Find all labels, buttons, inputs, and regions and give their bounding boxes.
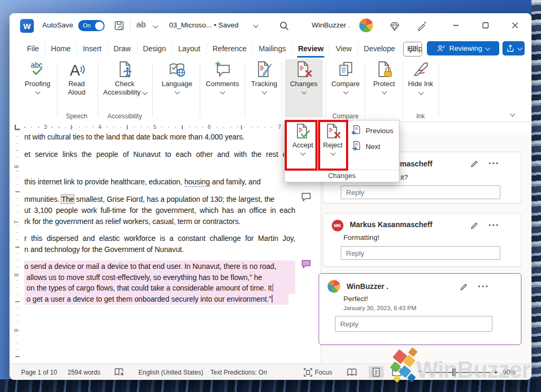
proofing-icon: abc — [29, 60, 46, 78]
focus-label[interactable]: Focus — [315, 369, 332, 376]
comment-text: Perfect! — [343, 295, 368, 303]
comment-text: it? — [400, 173, 408, 181]
compare-chevron-icon — [343, 89, 348, 94]
save-icon[interactable] — [113, 20, 126, 32]
compare-icon — [337, 60, 355, 78]
ribbon-comments-button[interactable]: Comments — [202, 60, 243, 94]
tab-review[interactable]: Review — [292, 43, 330, 54]
doc-line-highlighted: o get a user a device to get them onboar… — [24, 293, 288, 305]
edit-comment-icon[interactable] — [460, 282, 468, 291]
comment-date: January 30, 2023, 6:43 PM — [343, 305, 416, 311]
zoom-level[interactable]: 90% — [503, 369, 516, 376]
designer-diamond-icon[interactable] — [389, 20, 400, 32]
tab-view[interactable]: View — [330, 43, 358, 54]
tab-developer[interactable]: Develope — [358, 43, 402, 54]
ribbon-read-aloud-button[interactable]: A Read Aloud — [60, 60, 93, 96]
word-logo-icon: W — [20, 19, 34, 33]
hide-ink-chevron-icon — [418, 89, 424, 95]
doc-line: rk for the government as relief workers,… — [24, 216, 295, 227]
tab-file[interactable]: File — [21, 43, 45, 54]
document-canvas[interactable]: 6 7 8 9 nt with cultural ties to the lan… — [10, 133, 321, 363]
comments-toggle-button[interactable] — [403, 42, 422, 57]
comment-marker-icon[interactable] — [301, 192, 311, 201]
accept-highlight-box — [285, 120, 318, 171]
tab-references[interactable]: Reference — [207, 43, 253, 54]
comment-card[interactable]: MK Markus Kasanmascheff Formatting! — [323, 213, 521, 267]
ribbon-compare-button[interactable]: Compare — [328, 60, 363, 94]
avatar: MK — [332, 220, 343, 231]
edit-comment-icon[interactable] — [470, 221, 479, 229]
close-button[interactable] — [503, 13, 527, 38]
tab-home[interactable]: Home — [45, 43, 77, 54]
tab-draw[interactable]: Draw — [108, 43, 137, 54]
page-indicator[interactable]: Page 1 of 10 — [21, 369, 57, 376]
share-chevron-icon — [517, 45, 523, 51]
desktop: W AutoSave On ab 03_Microso... • Saved W… — [0, 0, 541, 392]
toggle-knob — [95, 22, 104, 30]
document-title[interactable]: 03_Microso... • Saved — [169, 21, 239, 29]
quick-access-chevron-icon[interactable] — [153, 23, 158, 29]
ribbon-language-button[interactable]: Language — [156, 60, 198, 94]
new-comment-icon — [213, 60, 231, 78]
title-chevron-icon[interactable] — [253, 23, 258, 28]
ribbon: abc Proofing A Read Aloud Check Accessib… — [10, 58, 531, 122]
maximize-button[interactable] — [473, 13, 498, 38]
print-layout-icon[interactable] — [372, 368, 380, 377]
minimize-button[interactable] — [444, 13, 468, 38]
next-icon — [350, 141, 362, 152]
more-options-icon[interactable] — [488, 162, 499, 165]
share-button[interactable] — [502, 41, 525, 55]
text-predictions-indicator[interactable]: Text Predictions: On — [210, 369, 267, 376]
account-name[interactable]: WinBuzzer . — [312, 21, 350, 29]
next-change-button[interactable]: Next — [350, 141, 380, 152]
proofing-status-icon[interactable] — [114, 368, 125, 377]
edit-comment-icon[interactable] — [470, 159, 479, 167]
comments-chevron-icon — [220, 89, 225, 94]
comment-author: Markus Kasanmascheff — [350, 220, 432, 229]
tab-stop-selector-icon[interactable] — [14, 124, 21, 130]
active-comment-marker-icon[interactable] — [301, 259, 311, 268]
ribbon-check-accessibility-button[interactable]: Check Accessibility — [98, 60, 151, 96]
web-layout-icon[interactable] — [392, 368, 402, 376]
more-options-icon[interactable] — [478, 285, 488, 288]
reply-input[interactable] — [341, 185, 500, 199]
language-indicator[interactable]: English (United States) — [138, 369, 203, 376]
comment-text: Formatting! — [343, 234, 379, 241]
reply-input[interactable] — [335, 316, 492, 332]
ribbon-changes-button[interactable]: Changes — [285, 60, 322, 94]
account-avatar[interactable] — [359, 18, 373, 32]
comment-card-selected[interactable]: WinBuzzer . Perfect! January 30, 2023, 6… — [319, 273, 521, 345]
doc-line: this internet link to provide healthcare… — [24, 176, 295, 187]
tab-insert[interactable]: Insert — [77, 43, 108, 54]
reviewing-mode-button[interactable]: Reviewing — [427, 41, 499, 55]
misspelled-word: housing — [184, 178, 210, 187]
tab-layout[interactable]: Layout — [172, 43, 207, 54]
ribbon-protect-button[interactable]: Protect — [368, 60, 400, 94]
reviewer-person-icon — [437, 44, 446, 52]
check-accessibility-icon — [116, 60, 134, 78]
ribbon-proofing-button[interactable]: abc Proofing — [19, 60, 56, 94]
read-mode-icon[interactable] — [347, 368, 357, 377]
tab-mailings[interactable]: Mailings — [253, 43, 292, 54]
editor-pen-icon[interactable] — [416, 20, 428, 32]
minimize-icon — [453, 22, 459, 29]
zoom-in-button[interactable]: + — [493, 367, 498, 376]
share-icon — [506, 44, 515, 52]
previous-change-button[interactable]: Previous — [350, 125, 394, 136]
tab-design[interactable]: Design — [137, 43, 173, 54]
word-count[interactable]: 2594 words — [68, 369, 100, 376]
collapse-ribbon-chevron-icon[interactable] — [510, 109, 516, 114]
group-label-speech: Speech — [60, 113, 93, 120]
zoom-slider-handle[interactable] — [452, 368, 456, 376]
ribbon-hide-ink-button[interactable]: Hide Ink — [407, 60, 434, 96]
ribbon-tracking-button[interactable]: Tracking — [247, 60, 281, 94]
reply-input[interactable] — [341, 246, 500, 260]
more-options-icon[interactable] — [488, 223, 499, 227]
status-bar: Page 1 of 10 2594 words English (United … — [10, 363, 531, 380]
search-icon[interactable] — [279, 21, 290, 31]
strikethrough-icon[interactable]: ab — [136, 20, 146, 30]
autosave-toggle[interactable]: On — [78, 20, 105, 31]
zoom-out-button[interactable]: − — [417, 367, 422, 376]
zoom-slider-track[interactable] — [426, 372, 490, 373]
focus-icon[interactable] — [303, 368, 313, 377]
